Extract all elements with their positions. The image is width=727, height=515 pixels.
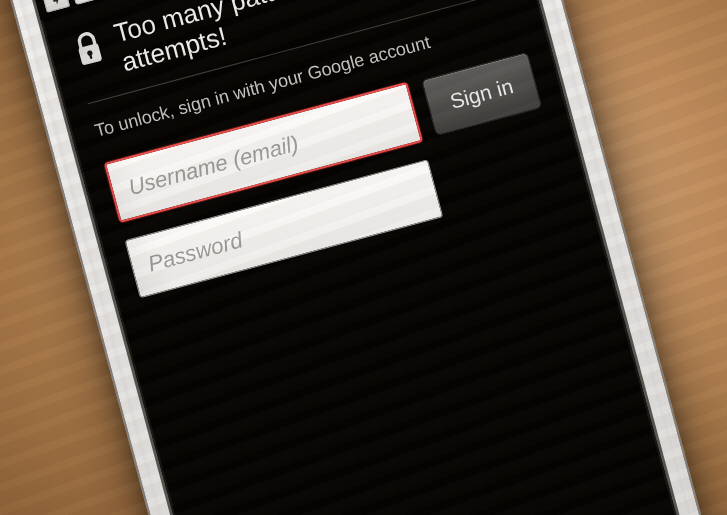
lockscreen-content: Too many pattern or password attempts! T… (40, 0, 592, 328)
sign-in-button[interactable]: Sign in (420, 52, 541, 137)
phone-screen: ➧ M M ▤ ☯ g+ ↻ ⦀⦀ (31, 0, 686, 515)
lock-icon (69, 28, 108, 74)
gmail-icon: M (70, 0, 97, 5)
phone-device: ➧ M M ▤ ☯ g+ ↻ ⦀⦀ (0, 0, 727, 515)
nav-forward-icon: ➧ (41, 0, 70, 13)
password-placeholder: Password (145, 228, 245, 278)
sign-in-label: Sign in (447, 74, 515, 114)
username-placeholder: Username (email) (125, 131, 301, 201)
